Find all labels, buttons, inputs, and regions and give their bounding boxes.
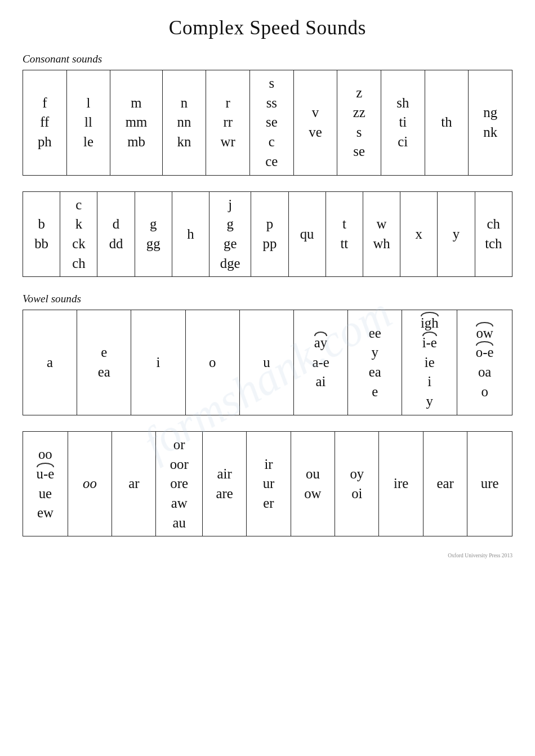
table-cell: oroororeawau <box>156 431 202 536</box>
table-cell: a <box>23 310 77 415</box>
footer: Oxford University Press 2013 <box>23 552 512 558</box>
table-cell: o <box>185 310 239 415</box>
section-label: Consonant sounds <box>23 53 512 65</box>
table-cell: oyoi <box>335 431 379 536</box>
table-cell: vve <box>293 70 337 176</box>
table-cell: qu <box>288 191 326 277</box>
table-cell: eea <box>77 310 131 415</box>
sound-table: fffphllllemmmmbnnnknrrrwrsssseccevvezzzs… <box>23 70 512 176</box>
table-cell: ure <box>467 431 512 536</box>
table-cell: ddd <box>97 191 135 277</box>
table-cell: h <box>172 191 209 277</box>
table-cell: ire <box>379 431 423 536</box>
table-cell: fffph <box>23 70 67 176</box>
table-cell: oo <box>68 431 112 536</box>
table-cell: ggg <box>135 191 172 277</box>
table-cell: ssssecce <box>250 70 294 176</box>
table-cell: ear <box>423 431 467 536</box>
table-cell: ttt <box>326 191 363 277</box>
table-cell: shtici <box>381 70 425 176</box>
sound-table: bbbckckchdddggghjggedgepppqutttwwhxychtc… <box>23 191 512 278</box>
arc-phoneme: igh <box>421 314 439 333</box>
table-cell: ckckch <box>60 191 97 277</box>
table-cell: aya-eai <box>293 310 347 415</box>
page-title: Complex Speed Sounds <box>23 17 512 39</box>
arc-phoneme: o-e <box>476 343 494 363</box>
arc-phoneme: ay <box>314 333 327 353</box>
arc-phoneme: ow <box>476 324 493 343</box>
table-cell: oou-eueew <box>23 431 68 536</box>
table-cell: chtch <box>475 191 512 277</box>
table-cell: ngnk <box>469 70 512 176</box>
table-cell: th <box>425 70 469 176</box>
table-cell: nnnkn <box>162 70 206 176</box>
table-cell: owo-eoao <box>457 310 512 415</box>
arc-phoneme: u-e <box>37 464 55 484</box>
table-cell: ppp <box>251 191 288 277</box>
table-cell: eeyeae <box>348 310 402 415</box>
table-cell: ouow <box>291 431 335 536</box>
table-cell: jggedge <box>209 191 251 277</box>
table-cell: y <box>438 191 475 277</box>
table-cell: irurer <box>247 431 291 536</box>
table-cell: u <box>239 310 293 415</box>
table-cell: bbb <box>23 191 60 277</box>
section-label: Vowel sounds <box>23 293 512 305</box>
table-cell: ar <box>112 431 156 536</box>
table-cell: x <box>400 191 438 277</box>
table-cell: i <box>131 310 185 415</box>
table-cell: wwh <box>363 191 400 277</box>
table-cell: zzzsse <box>337 70 381 176</box>
table-cell: ighi-eieiy <box>402 310 457 415</box>
arc-phoneme: i-e <box>422 333 437 353</box>
table-cell: rrrwr <box>206 70 250 176</box>
table-cell: mmmmb <box>110 70 162 176</box>
sound-table: oou-eueewooaroroororeawauairareirurerouo… <box>23 431 512 537</box>
table-cell: lllle <box>66 70 110 176</box>
table-cell: airare <box>202 431 246 536</box>
sound-table: aeeaiouaya-eaieeyeaeighi-eieiyowo-eoao <box>23 310 512 415</box>
